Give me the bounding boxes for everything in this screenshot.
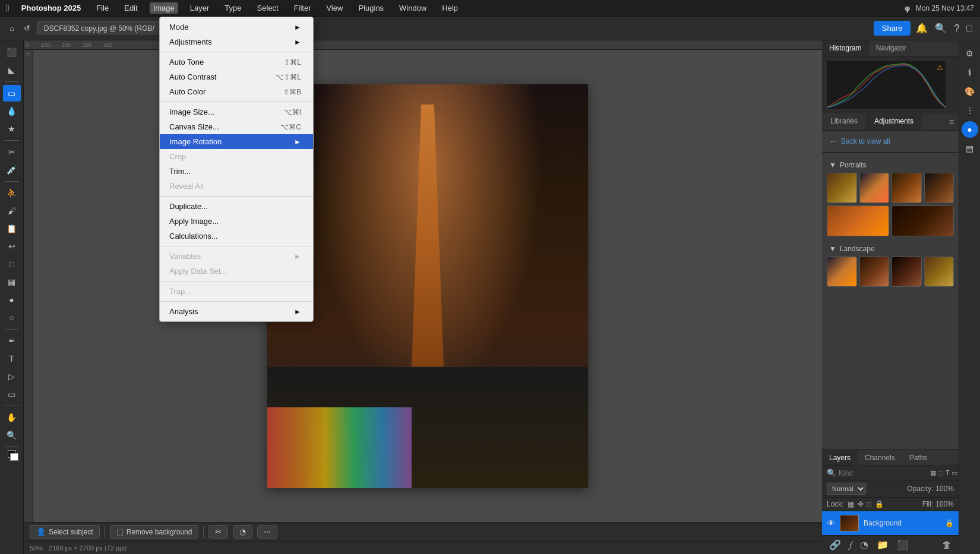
menu-type[interactable]: Type bbox=[221, 2, 245, 14]
pixel-icon[interactable]: ▦ bbox=[930, 469, 936, 477]
more-button[interactable]: ⋯ bbox=[257, 525, 277, 539]
menu-help[interactable]: Help bbox=[438, 2, 461, 14]
menu-window[interactable]: Window bbox=[396, 2, 430, 14]
text-tool[interactable]: T bbox=[3, 350, 21, 367]
blend-mode-select[interactable]: Normal bbox=[827, 483, 866, 495]
menu-auto-tone[interactable]: Auto Tone ⇧⌘L bbox=[160, 55, 313, 69]
search-icon[interactable]: 🔍 bbox=[933, 21, 949, 36]
menu-adjustments[interactable]: Adjustments ► bbox=[160, 34, 313, 49]
preset-thumb-5[interactable] bbox=[827, 205, 889, 237]
lasso-tool[interactable]: 💧 bbox=[3, 103, 21, 119]
preset-thumb-10[interactable] bbox=[924, 257, 954, 287]
notification-icon[interactable]: 🔔 bbox=[914, 21, 930, 36]
menu-apply-image[interactable]: Apply Image... bbox=[160, 214, 313, 229]
tab-layers[interactable]: Layers bbox=[822, 450, 858, 466]
menu-filter[interactable]: Filter bbox=[290, 2, 315, 14]
history-brush-tool[interactable]: ↩ bbox=[3, 238, 21, 255]
share-button[interactable]: Share bbox=[874, 21, 911, 36]
blur-tool[interactable]: ● bbox=[3, 292, 21, 308]
menu-image-rotation[interactable]: Image Rotation ► bbox=[160, 134, 313, 149]
doc-tab[interactable]: DSCF8352 copy.jpg @ 50% (RGB/ bbox=[37, 21, 161, 35]
link-layers-btn[interactable]: 🔗 bbox=[827, 538, 843, 552]
menu-edit[interactable]: Edit bbox=[121, 2, 141, 14]
gradient-tool[interactable]: ▦ bbox=[3, 274, 21, 290]
canvas-content[interactable] bbox=[33, 50, 822, 522]
eraser-tool[interactable]: □ bbox=[3, 256, 21, 273]
colors-icon[interactable]: 🎨 bbox=[962, 83, 978, 100]
menu-analysis[interactable]: Analysis ► bbox=[160, 304, 313, 319]
lock-artboard-icon[interactable]: □ bbox=[867, 500, 871, 508]
menu-image[interactable]: Image bbox=[150, 2, 178, 14]
preset-thumb-2[interactable] bbox=[859, 173, 890, 203]
path-select-tool[interactable]: ▷ bbox=[3, 368, 21, 385]
tab-navigator[interactable]: Navigator bbox=[869, 40, 913, 56]
tab-libraries[interactable]: Libraries bbox=[822, 113, 866, 130]
move-tool[interactable]: ⬛ bbox=[3, 44, 21, 61]
color-tools[interactable] bbox=[3, 450, 21, 467]
select-subject-button[interactable]: 👤 Select subject bbox=[30, 525, 100, 539]
marquee-tool[interactable]: ▭ bbox=[3, 85, 21, 102]
opacity-value[interactable]: 100% bbox=[935, 485, 954, 493]
adjust-icon-bar[interactable]: ● bbox=[962, 121, 978, 138]
menu-calculations[interactable]: Calculations... bbox=[160, 229, 313, 243]
info-icon[interactable]: ℹ bbox=[962, 64, 978, 81]
layer-item-background[interactable]: 👁 Background 🔒 bbox=[822, 511, 959, 535]
menu-mode[interactable]: Mode ► bbox=[160, 20, 313, 34]
crop-tool[interactable]: ✂ bbox=[3, 144, 21, 160]
layers-search-input[interactable] bbox=[839, 469, 928, 477]
fill-value[interactable]: 100% bbox=[935, 500, 954, 508]
properties-icon[interactable]: ⚙ bbox=[962, 45, 978, 62]
preset-thumb-4[interactable] bbox=[924, 173, 954, 203]
lock-pixel-icon[interactable]: ▦ bbox=[848, 500, 854, 508]
remove-background-button[interactable]: ⬚ Remove background bbox=[110, 525, 199, 539]
expand-icon[interactable]: □ bbox=[965, 21, 974, 36]
menu-canvas-size[interactable]: Canvas Size... ⌥⌘C bbox=[160, 119, 313, 134]
artboard-tool[interactable]: ◣ bbox=[3, 62, 21, 78]
menu-layer[interactable]: Layer bbox=[186, 2, 213, 14]
app-name[interactable]: Photoshop 2025 bbox=[18, 2, 84, 14]
preset-thumb-7[interactable] bbox=[827, 257, 857, 287]
adj-menu-icon[interactable]: ≡ bbox=[944, 113, 959, 130]
preset-thumb-8[interactable] bbox=[859, 257, 890, 287]
pen-tool[interactable]: ✒ bbox=[3, 333, 21, 349]
shape-tool[interactable]: ▭ bbox=[3, 386, 21, 403]
portraits-group[interactable]: ▼ Portraits bbox=[827, 157, 954, 173]
tab-channels[interactable]: Channels bbox=[858, 450, 902, 466]
wand-tool[interactable]: ★ bbox=[3, 121, 21, 137]
heal-tool[interactable]: ⛹ bbox=[3, 185, 21, 201]
crop-button[interactable]: ✂ bbox=[208, 525, 228, 539]
new-group-btn[interactable]: 📁 bbox=[874, 538, 891, 552]
menu-view[interactable]: View bbox=[323, 2, 347, 14]
preset-thumb-6[interactable] bbox=[892, 205, 954, 237]
menu-auto-contrast[interactable]: Auto Contrast ⌥⇧⌘L bbox=[160, 69, 313, 84]
menu-select[interactable]: Select bbox=[253, 2, 282, 14]
add-style-btn[interactable]: 𝑓 bbox=[847, 539, 854, 552]
delete-layer-btn[interactable]: 🗑 bbox=[940, 539, 954, 552]
menu-duplicate[interactable]: Duplicate... bbox=[160, 199, 313, 214]
home-btn[interactable]: ⌂ bbox=[6, 22, 18, 34]
menu-auto-color[interactable]: Auto Color ⇧⌘B bbox=[160, 84, 313, 99]
dodge-tool[interactable]: ○ bbox=[3, 309, 21, 326]
adjust-button[interactable]: ◔ bbox=[233, 525, 252, 539]
new-layer-btn[interactable]: ⬛ bbox=[894, 538, 911, 552]
layer-visibility-icon[interactable]: 👁 bbox=[827, 518, 835, 528]
lock-all-icon[interactable]: 🔒 bbox=[875, 500, 884, 508]
table-icon[interactable]: ⋮ bbox=[962, 102, 978, 119]
back-to-view-all[interactable]: ← Back to view all bbox=[822, 131, 959, 153]
preset-thumb-9[interactable] bbox=[892, 257, 922, 287]
history-back-btn[interactable]: ↺ bbox=[20, 22, 34, 34]
shape-icon-layers[interactable]: ▭ bbox=[951, 469, 957, 477]
eyedropper-tool[interactable]: 💉 bbox=[3, 162, 21, 178]
help-icon[interactable]: ? bbox=[952, 21, 961, 36]
menu-plugins[interactable]: Plugins bbox=[355, 2, 387, 14]
lock-position-icon[interactable]: ✜ bbox=[858, 500, 864, 508]
tab-histogram[interactable]: Histogram bbox=[822, 40, 869, 56]
menu-file[interactable]: File bbox=[93, 2, 112, 14]
panel-icon[interactable]: ▤ bbox=[962, 140, 978, 157]
zoom-tool[interactable]: 🔍 bbox=[3, 427, 21, 444]
add-mask-btn[interactable]: ◔ bbox=[858, 538, 871, 552]
tab-paths[interactable]: Paths bbox=[902, 450, 935, 466]
adjustment-icon[interactable]: ◌ bbox=[938, 469, 944, 477]
hand-tool[interactable]: ✋ bbox=[3, 409, 21, 426]
stamp-tool[interactable]: 📋 bbox=[3, 220, 21, 237]
